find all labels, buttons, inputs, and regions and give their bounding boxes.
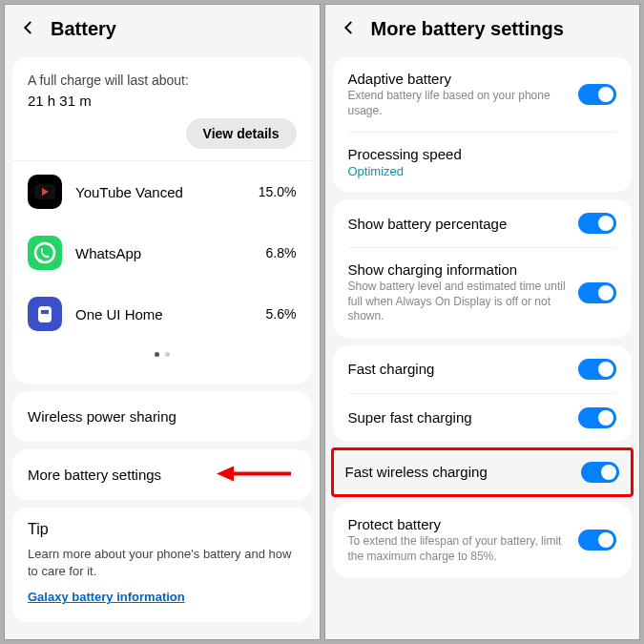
more-battery-settings-screen: More battery settings Adaptive battery E… xyxy=(324,4,641,640)
battery-screen: Battery A full charge will last about: 2… xyxy=(4,4,321,640)
app-row[interactable]: One UI Home 5.6% xyxy=(28,283,297,344)
protect-battery-toggle[interactable] xyxy=(578,530,616,551)
app-row[interactable]: YouTube Vanced 15.0% xyxy=(28,161,297,222)
group-3: Fast charging Super fast charging xyxy=(333,345,633,442)
group-2: Show battery percentage Show charging in… xyxy=(333,199,633,338)
app-name: YouTube Vanced xyxy=(75,184,245,200)
header: More battery settings xyxy=(325,5,640,53)
fast-charging-toggle[interactable] xyxy=(578,359,616,380)
app-pct: 15.0% xyxy=(259,184,297,199)
adaptive-battery-row[interactable]: Adaptive battery Extend battery life bas… xyxy=(333,57,633,132)
group-1: Adaptive battery Extend battery life bas… xyxy=(333,57,633,192)
highlight-box: Fast wireless charging xyxy=(331,447,634,497)
super-fast-charging-row[interactable]: Super fast charging xyxy=(333,394,633,442)
protect-battery-row[interactable]: Protect battery To extend the lifespan o… xyxy=(333,503,633,577)
setting-title: Adaptive battery xyxy=(348,71,568,87)
show-charging-info-toggle[interactable] xyxy=(578,282,616,303)
svg-rect-6 xyxy=(38,306,52,322)
app-pct: 5.6% xyxy=(266,306,297,322)
fast-wireless-charging-toggle[interactable] xyxy=(581,462,619,483)
setting-sub: Optimized xyxy=(348,164,617,178)
super-fast-charging-toggle[interactable] xyxy=(578,407,616,428)
setting-sub: Extend battery life based on your phone … xyxy=(348,89,568,118)
svg-rect-3 xyxy=(28,236,62,270)
group-4: Protect battery To extend the lifespan o… xyxy=(333,503,633,577)
svg-marker-9 xyxy=(217,466,234,481)
fast-charging-row[interactable]: Fast charging xyxy=(333,345,633,393)
page-title: More battery settings xyxy=(371,18,564,40)
tip-text: Learn more about your phone's battery an… xyxy=(28,546,297,580)
dot xyxy=(165,352,170,357)
app-name: WhatsApp xyxy=(75,245,253,261)
dot-active xyxy=(155,352,159,357)
svg-rect-7 xyxy=(41,310,49,314)
page-title: Battery xyxy=(51,18,116,40)
tip-title: Tip xyxy=(28,521,297,538)
charge-time: 21 h 31 m xyxy=(28,93,297,109)
youtube-vanced-icon xyxy=(28,175,62,209)
back-icon[interactable] xyxy=(341,19,358,40)
view-details-button[interactable]: View details xyxy=(186,118,297,149)
page-dots xyxy=(28,344,297,370)
processing-speed-row[interactable]: Processing speed Optimized xyxy=(333,133,633,192)
app-name: One UI Home xyxy=(75,306,253,322)
header: Battery xyxy=(5,5,320,53)
show-charging-info-row[interactable]: Show charging information Show battery l… xyxy=(333,248,633,338)
fast-wireless-charging-row[interactable]: Fast wireless charging xyxy=(334,450,632,494)
adaptive-battery-toggle[interactable] xyxy=(578,84,616,105)
wireless-power-sharing-row[interactable]: Wireless power sharing xyxy=(12,391,312,442)
one-ui-home-icon xyxy=(28,297,62,331)
app-pct: 6.8% xyxy=(266,245,297,260)
charge-section: A full charge will last about: 21 h 31 m… xyxy=(12,57,312,384)
setting-title: Processing speed xyxy=(348,146,617,162)
tip-link[interactable]: Galaxy battery information xyxy=(28,590,185,604)
back-icon[interactable] xyxy=(20,19,37,40)
tip-section: Tip Learn more about your phone's batter… xyxy=(12,508,312,622)
more-battery-settings-row[interactable]: More battery settings xyxy=(12,449,312,500)
show-battery-pct-toggle[interactable] xyxy=(578,213,616,234)
whatsapp-icon xyxy=(28,236,62,270)
charge-label: A full charge will last about: xyxy=(28,71,297,91)
show-battery-pct-row[interactable]: Show battery percentage xyxy=(333,199,633,247)
arrow-annotation xyxy=(217,462,293,488)
app-row[interactable]: WhatsApp 6.8% xyxy=(28,222,297,283)
